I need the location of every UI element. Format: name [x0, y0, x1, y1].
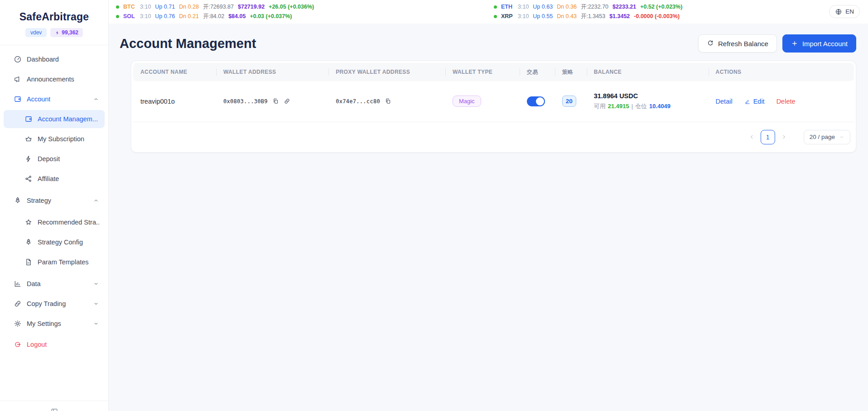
- available-label: 可用: [594, 102, 606, 110]
- accounts-card: ACCOUNT NAME WALLET ADDRESS PROXY WALLET…: [131, 61, 856, 153]
- lightning-icon: [55, 30, 60, 36]
- wallet-address: 0x0803...30B9: [223, 98, 268, 105]
- edit-label: Edit: [753, 98, 765, 105]
- sidebar-item-label: Deposit: [38, 155, 60, 162]
- topbar: BTC 3:10 Up 0.71 Dn 0.28 开:72693.87 $727…: [109, 0, 868, 24]
- chevron-down-icon: [93, 320, 99, 327]
- sidebar: SafeArbitrage vdev 99,362 Dashboard Anno…: [0, 0, 109, 411]
- sidebar-item-account-management[interactable]: Account Managem...: [4, 110, 105, 128]
- sidebar-item-label: Account: [27, 96, 50, 103]
- sidebar-item-copy-trading[interactable]: Copy Trading: [4, 295, 105, 313]
- sidebar-item-label: Announcements: [27, 76, 74, 83]
- col-proxy-wallet-address: PROXY WALLET ADDRESS: [328, 63, 445, 81]
- crown-icon: [24, 135, 33, 143]
- ticker-up: Up 0.71: [155, 4, 175, 10]
- status-dot: [494, 15, 497, 18]
- previous-page-button[interactable]: [748, 134, 755, 140]
- accounts-table: ACCOUNT NAME WALLET ADDRESS PROXY WALLET…: [133, 63, 854, 122]
- sidebar-item-label: Strategy: [27, 197, 51, 204]
- delete-button[interactable]: Delete: [776, 98, 796, 105]
- ticker-change: -0.0000 (-0.003%): [634, 13, 680, 19]
- sidebar-item-label: Dashboard: [27, 56, 59, 63]
- status-dot: [494, 5, 497, 9]
- next-page-button[interactable]: [781, 134, 787, 140]
- account-name: treavip001o: [140, 98, 175, 105]
- document-icon: [24, 258, 33, 266]
- sidebar-item-label: Data: [27, 280, 41, 287]
- page-number[interactable]: 1: [761, 130, 775, 144]
- wallet-type-badge: Magic: [453, 96, 481, 107]
- sidebar-item-my-subscription[interactable]: My Subscription: [4, 130, 105, 148]
- ticker-time: 3:10: [140, 4, 151, 10]
- ticker-change: +0.52 (+0.023%): [640, 4, 682, 10]
- col-strategy: 策略: [555, 63, 587, 81]
- chevron-up-icon: [93, 197, 99, 204]
- app-root: SafeArbitrage vdev 99,362 Dashboard Anno…: [0, 0, 868, 411]
- content: Account Management Refresh Balance Impor…: [109, 24, 868, 411]
- toggle-knob: [536, 97, 544, 105]
- table-row: treavip001o 0x0803...30B9 0x74: [133, 81, 854, 122]
- sidebar-item-label: Logout: [27, 341, 47, 348]
- page-title: Account Management: [120, 33, 256, 53]
- copy-wallet-address-button[interactable]: [272, 98, 279, 105]
- col-trading: 交易: [520, 63, 555, 81]
- plus-icon: [791, 40, 798, 47]
- sidebar-item-label: Affiliate: [38, 175, 59, 182]
- sidebar-item-dashboard[interactable]: Dashboard: [4, 50, 105, 68]
- gear-icon: [14, 320, 22, 328]
- sidebar-item-label: My Subscription: [38, 135, 84, 143]
- detail-button[interactable]: Detail: [716, 98, 733, 105]
- sidebar-item-label: My Settings: [27, 320, 61, 327]
- ticker-up: Up 0.63: [533, 4, 553, 10]
- col-actions: ACTIONS: [709, 63, 854, 81]
- ticker-time: 3:10: [518, 4, 529, 10]
- open-wallet-link-button[interactable]: [284, 98, 290, 105]
- sidebar-item-deposit[interactable]: Deposit: [4, 150, 105, 168]
- account-card-icon: [14, 95, 22, 103]
- separator: |: [632, 103, 633, 110]
- ticker-group-left: BTC 3:10 Up 0.71 Dn 0.28 开:72693.87 $727…: [116, 3, 314, 20]
- sidebar-item-recommended-strategy[interactable]: Recommended Stra...: [4, 213, 105, 231]
- pencil-icon: [744, 98, 751, 105]
- copy-proxy-address-button[interactable]: [385, 98, 391, 105]
- account-card-icon: [24, 115, 33, 123]
- sidebar-item-param-templates[interactable]: Param Templates: [4, 253, 105, 271]
- credits-badge: 99,362: [50, 28, 83, 37]
- sidebar-item-label: Account Managem...: [38, 115, 98, 123]
- ticker-change: +0.03 (+0.037%): [250, 13, 292, 19]
- sidebar-item-logout[interactable]: Logout: [4, 335, 105, 354]
- link-icon: [284, 98, 290, 105]
- detail-label: Detail: [716, 98, 733, 105]
- strategy-count-badge[interactable]: 20: [562, 96, 576, 107]
- ticker-down: Dn 0.43: [557, 13, 577, 19]
- rocket-icon: [14, 196, 22, 205]
- import-account-button[interactable]: Import Account: [782, 34, 856, 53]
- refresh-icon: [707, 40, 714, 47]
- sidebar-item-affiliate[interactable]: Affiliate: [4, 170, 105, 188]
- sidebar-item-strategy-config[interactable]: Strategy Config: [4, 233, 105, 251]
- rocket-icon: [24, 238, 33, 246]
- collapse-sidebar-icon[interactable]: [50, 407, 58, 411]
- page-size-select[interactable]: 20 / page: [804, 130, 850, 144]
- sidebar-item-label: Recommended Stra...: [38, 219, 99, 226]
- ticker-row-eth: ETH 3:10 Up 0.63 Dn 0.36 开:2232.70 $2233…: [494, 3, 682, 11]
- ticker-open: 开:2232.70: [581, 3, 608, 11]
- edit-button[interactable]: Edit: [744, 98, 765, 105]
- status-dot: [116, 5, 119, 9]
- ticker-time: 3:10: [140, 13, 151, 19]
- lightning-icon: [24, 155, 33, 163]
- sidebar-item-data[interactable]: Data: [4, 275, 105, 293]
- refresh-balance-button[interactable]: Refresh Balance: [698, 34, 777, 53]
- language-selector[interactable]: EN: [829, 5, 860, 18]
- share-icon: [24, 175, 33, 183]
- ticker-symbol: XRP: [501, 13, 514, 19]
- ticker-open: 开:72693.87: [203, 3, 234, 11]
- sidebar-item-strategy[interactable]: Strategy: [4, 191, 105, 210]
- trading-toggle[interactable]: [527, 96, 545, 106]
- chevron-down-icon: [93, 281, 99, 287]
- bar-chart-icon: [14, 280, 22, 288]
- star-icon: [24, 218, 33, 226]
- sidebar-item-account[interactable]: Account: [4, 90, 105, 108]
- sidebar-item-my-settings[interactable]: My Settings: [4, 315, 105, 333]
- sidebar-item-announcements[interactable]: Announcements: [4, 70, 105, 88]
